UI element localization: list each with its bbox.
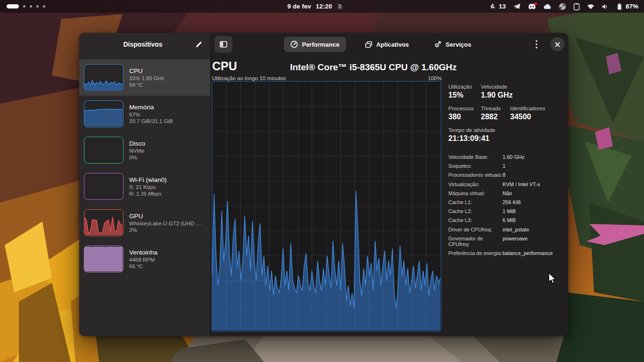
tab-services[interactable]: Serviços <box>428 37 478 52</box>
workspace-indicator[interactable] <box>0 4 141 8</box>
device-title: Memória <box>129 104 173 111</box>
device-line1: 67% <box>129 112 173 117</box>
detail-row: Máquina virtual:Não <box>448 190 567 196</box>
workspace-dot[interactable] <box>36 5 39 8</box>
detail-value: KVM / Intel VT-x <box>503 181 540 187</box>
detail-row: Cache L1:256 KiB <box>448 199 567 205</box>
detail-label: Máquina virtual: <box>448 190 503 196</box>
workspace-active-pill[interactable] <box>7 4 19 8</box>
sidebar-item-wifi[interactable]: Wi-Fi (wlan0) S: 21 Kbps R: 1.35 Mbps <box>79 168 210 205</box>
disk-mini-chart <box>84 137 124 164</box>
tab-applications[interactable]: Aplicativos <box>358 37 415 52</box>
main-pane: Performance Aplicativos <box>211 33 568 336</box>
workspace-dot[interactable] <box>23 5 25 8</box>
battery-indicator[interactable]: 87% <box>616 3 638 10</box>
detail-label: Virtualização: <box>448 181 503 187</box>
volume-icon[interactable] <box>602 3 609 10</box>
detail-value: 1.60 GHz <box>503 154 524 160</box>
kebab-menu-icon <box>536 40 537 49</box>
detail-label: Processadores virtuais: <box>448 172 503 178</box>
device-line2: 0% <box>129 155 145 160</box>
menu-button[interactable] <box>529 36 544 52</box>
detail-row: Processadores virtuais:8 <box>448 172 567 178</box>
telegram-icon[interactable] <box>513 3 521 10</box>
detail-label: Driver de CPUfreq: <box>448 227 503 232</box>
steam-icon[interactable] <box>559 3 566 10</box>
detail-value: 8 <box>503 172 505 178</box>
speedometer-icon <box>290 41 298 48</box>
devices-sidebar: Dispositivos CPU 15% 1.90 GHz 59 °C Mem <box>79 33 211 336</box>
threads-value: 2882 <box>481 113 504 121</box>
tray-app-badge[interactable]: 13 <box>489 3 506 10</box>
detail-row: Governador de CPUfreq:powersave <box>448 236 567 247</box>
detail-value: Não <box>503 190 512 196</box>
sidebar-item-disk[interactable]: Disco NVMe 0% <box>79 132 210 168</box>
gpu-mini-chart <box>84 209 124 236</box>
discord-tray[interactable] <box>528 3 536 10</box>
page-title: CPU <box>212 59 237 73</box>
sidebar-title: Dispositivos <box>79 41 190 48</box>
sidebar-item-cpu[interactable]: CPU 15% 1.90 GHz 59 °C <box>79 59 210 96</box>
detail-value: 1 MiB <box>503 208 516 214</box>
wifi-mini-chart <box>84 173 124 200</box>
detail-row: Cache L3:6 MiB <box>448 217 567 223</box>
clock-widget[interactable]: 9 de fev 12:20 <box>288 3 344 10</box>
stat-label: Processos <box>448 106 474 111</box>
device-line2: R: 1.35 Mbps <box>129 191 167 197</box>
view-tabs: Performance Aplicativos <box>232 37 529 52</box>
mouse-cursor <box>547 272 558 285</box>
toggle-sidebar-button[interactable] <box>215 36 232 53</box>
sidebar-item-gpu[interactable]: GPU WhiskeyLake-U GT2 (UHD Gra… 2% <box>79 205 210 241</box>
sidebar-item-memory[interactable]: Memória 67% 20.7 GiB/31.1 GiB <box>79 96 210 132</box>
processes-value: 380 <box>448 113 474 121</box>
detail-row: Virtualização:KVM / Intel VT-x <box>448 181 567 187</box>
detail-value: 1 <box>503 163 505 169</box>
memory-mini-chart <box>84 100 124 127</box>
header-bar: Performance Aplicativos <box>211 33 568 56</box>
device-title: CPU <box>129 67 165 74</box>
battery-icon <box>616 3 623 10</box>
windows-stack-icon <box>365 41 372 48</box>
detail-row: Cache L2:1 MiB <box>448 208 567 214</box>
workspace-dot[interactable] <box>30 5 32 8</box>
sidebar-item-fan[interactable]: Ventoinha 4468 RPM 65 °C <box>79 241 210 277</box>
stat-label: Tempo de atividade <box>448 127 495 133</box>
cloud-icon[interactable] <box>543 3 552 9</box>
stat-label: Utilização <box>448 84 474 90</box>
device-line2: 2% <box>129 227 204 233</box>
wifi-icon[interactable] <box>587 4 594 9</box>
device-line2: 20.7 GiB/31.1 GiB <box>129 118 173 124</box>
notifications-disabled-icon <box>337 3 343 10</box>
tab-label: Performance <box>302 41 339 48</box>
cpu-model-label: Intel® Core™ i5-8365U CPU @ 1.60GHz <box>267 62 479 73</box>
device-line2: 59 °C <box>129 82 165 88</box>
workspace-dot[interactable] <box>43 5 45 8</box>
device-title: Disco <box>129 140 145 147</box>
edit-devices-button[interactable] <box>190 36 206 52</box>
chart-max-label: 100% <box>428 75 442 81</box>
tab-performance[interactable]: Performance <box>284 37 346 52</box>
topbar-date: 9 de fev <box>288 3 311 10</box>
clipboard-icon[interactable] <box>573 3 580 10</box>
stat-label: Threads <box>481 106 504 111</box>
device-title: Wi-Fi (wlan0) <box>129 176 167 183</box>
cpu-usage-chart <box>212 81 441 331</box>
close-window-button[interactable] <box>550 37 564 51</box>
detail-value: intel_pstate <box>503 227 529 232</box>
detail-row: Soquetes:1 <box>448 163 567 169</box>
tab-label: Serviços <box>446 41 471 48</box>
device-line1: NVMe <box>129 148 145 154</box>
detail-row: Preferência de energia:balance_performan… <box>448 250 567 256</box>
uptime-value: 21:13:09:41 <box>448 134 495 143</box>
detail-row: Velocidade Base:1.60 GHz <box>448 154 567 160</box>
discord-notification-dot <box>534 2 537 5</box>
close-icon <box>555 42 560 47</box>
tray-app-icon <box>489 3 496 10</box>
device-line1: S: 21 Kbps <box>129 184 167 190</box>
battery-percent-label: 87% <box>626 3 638 10</box>
stat-label: Identificadores <box>510 106 545 111</box>
gears-icon <box>434 41 442 48</box>
utilization-value: 15% <box>448 91 474 99</box>
sidebar-header: Dispositivos <box>79 33 210 56</box>
device-list: CPU 15% 1.90 GHz 59 °C Memória 67% 20.7 … <box>79 56 210 277</box>
